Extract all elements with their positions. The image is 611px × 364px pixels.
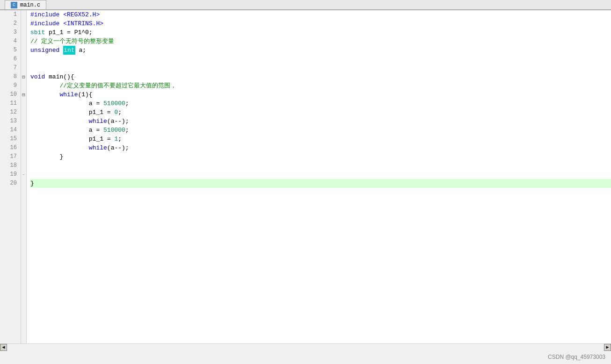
fold-19: -: [21, 170, 26, 179]
line-num-19: 19: [0, 170, 21, 179]
line9-comment: //定义变量的值不要超过它最大值的范围，: [30, 81, 176, 90]
fold-17: [21, 152, 26, 161]
fold-4: [21, 37, 26, 46]
line5-rest: a;: [75, 46, 86, 55]
code-line-4: // 定义一个无符号的整形变量: [30, 37, 611, 46]
code-line-20: }: [30, 179, 611, 188]
line-num-13: 13: [0, 117, 21, 126]
main-tab[interactable]: c main.c: [5, 0, 46, 9]
fold-11: [21, 99, 26, 108]
code-line-14: a = 510000 ;: [30, 126, 611, 135]
code-line-9: //定义变量的值不要超过它最大值的范围，: [30, 81, 611, 90]
line13-while: while: [89, 117, 107, 126]
code-line-1: #include <REGX52.H>: [30, 10, 611, 19]
line-num-6: 6: [0, 55, 21, 64]
scroll-track[interactable]: [7, 344, 604, 351]
line8-space: [45, 72, 49, 81]
line5-int: int: [63, 46, 75, 55]
fold-gutter: ⊟ ⊟ -: [21, 10, 27, 343]
code-line-12: p1_1 = 0 ;: [30, 108, 611, 117]
fold-10[interactable]: ⊟: [21, 90, 26, 99]
line-num-5: 5: [0, 46, 21, 55]
line-num-15: 15: [0, 135, 21, 143]
code-line-5: unsigned int a;: [30, 46, 611, 55]
line-numbers-gutter: 1 2 3 4 5 6 7 8 9 10 11 12 13 14 15 16 1…: [0, 10, 21, 343]
code-line-10: while (1){: [30, 90, 611, 99]
fold-14: [21, 126, 26, 135]
line-num-4: 4: [0, 37, 21, 46]
fold-6: [21, 55, 26, 64]
line13-indent: [30, 117, 89, 126]
fold-16: [21, 143, 26, 152]
line15-code: p1_1 =: [30, 135, 114, 143]
watermark-text: CSDN @qq_45973003: [548, 354, 605, 360]
line15-semi: ;: [118, 135, 122, 143]
line11-code: a =: [30, 99, 103, 108]
code-line-13: while (a--);: [30, 117, 611, 126]
line8-void: void: [30, 72, 45, 81]
line-num-1: 1: [0, 10, 21, 19]
code-line-3: sbit p1_1 = P1^0;: [30, 28, 611, 37]
line-num-8: 8: [0, 72, 21, 81]
line5-unsigned: unsigned: [30, 46, 59, 55]
line-num-11: 11: [0, 99, 21, 108]
code-line-18: [30, 161, 611, 170]
fold-2: [21, 19, 26, 28]
watermark: CSDN @qq_45973003: [548, 354, 605, 360]
file-icon: c: [11, 2, 17, 8]
line-num-18: 18: [0, 161, 21, 170]
fold-18: [21, 161, 26, 170]
horizontal-scrollbar[interactable]: ◀ ▶: [0, 343, 611, 350]
tab-label: main.c: [20, 2, 40, 8]
line8-brace-highlight: [74, 77, 76, 78]
line-num-17: 17: [0, 152, 21, 161]
line-num-14: 14: [0, 126, 21, 135]
code-line-6: [30, 55, 611, 64]
line3-sbit: sbit: [30, 28, 45, 37]
line10-rest: (1){: [78, 90, 92, 99]
line5-space: [59, 46, 63, 55]
line-num-16: 16: [0, 143, 21, 152]
line13-rest: (a--);: [107, 117, 129, 126]
editor-window: c main.c 1 2 3 4 5 6 7 8 9 10 11 12 13 1…: [0, 0, 611, 350]
fold-15: [21, 135, 26, 143]
code-line-15: p1_1 = 1 ;: [30, 135, 611, 143]
fold-8[interactable]: ⊟: [21, 72, 26, 81]
line-num-3: 3: [0, 28, 21, 37]
line-num-10: 10: [0, 90, 21, 99]
line14-code: a =: [30, 126, 103, 135]
code-line-8: void main(){: [30, 72, 611, 81]
line4-comment: // 定义一个无符号的整形变量: [30, 37, 114, 46]
code-line-17: }: [30, 152, 611, 161]
scroll-right-arrow[interactable]: ▶: [604, 344, 611, 351]
fold-5: [21, 46, 26, 55]
line-num-2: 2: [0, 19, 21, 28]
line3-rest: p1_1 = P1^0;: [45, 28, 92, 37]
line17-code: }: [30, 152, 63, 161]
fold-9: [21, 81, 26, 90]
fold-1: [21, 10, 26, 19]
line11-semi: ;: [125, 99, 129, 108]
code-line-16: while (a--);: [30, 143, 611, 152]
line14-num: 510000: [103, 126, 125, 135]
line16-rest: (a--);: [107, 143, 129, 152]
line1-code: #include <REGX52.H>: [30, 10, 100, 19]
line8-main: main(){: [49, 72, 74, 81]
scroll-left-arrow[interactable]: ◀: [0, 344, 7, 351]
line11-num: 510000: [103, 99, 125, 108]
fold-13: [21, 117, 26, 126]
line14-semi: ;: [125, 126, 129, 135]
tab-bar: c main.c: [0, 0, 611, 10]
fold-3: [21, 28, 26, 37]
code-line-7: [30, 64, 611, 72]
line12-code: p1_1 =: [30, 108, 114, 117]
line10-indent: [30, 90, 59, 99]
line16-while: while: [89, 143, 107, 152]
code-editor[interactable]: #include <REGX52.H> #include <INTRINS.H>…: [27, 10, 611, 343]
code-line-11: a = 510000 ;: [30, 99, 611, 108]
line16-indent: [30, 143, 89, 152]
line20-code: }: [30, 179, 34, 188]
code-line-19: [30, 170, 611, 179]
fold-7: [21, 64, 26, 72]
fold-20: [21, 179, 26, 188]
